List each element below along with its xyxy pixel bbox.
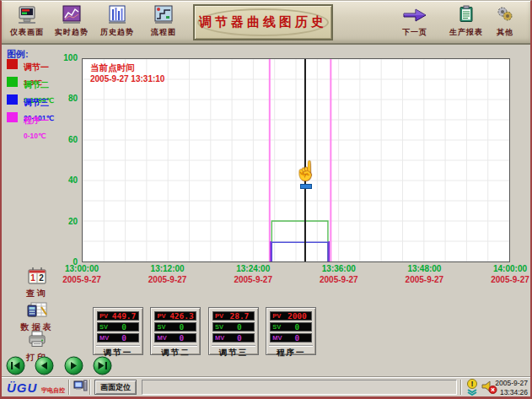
toolbar-item-instrument-screen[interactable]: 仪表画面 [3, 5, 51, 42]
nav-previous-button[interactable] [35, 356, 54, 375]
panel-name: 调节二 [153, 345, 197, 359]
y-tick-label: 40 [51, 175, 78, 185]
y-tick-label: 80 [51, 94, 78, 103]
query-button[interactable]: 12 查询 [12, 267, 62, 299]
toolbar-item-realtime-trend[interactable]: 实时趋势 [48, 5, 95, 42]
legend-range: 0-10℃ [24, 132, 46, 140]
sv-row: SV0 [97, 322, 139, 332]
data-table-button[interactable]: 数据表 [12, 300, 62, 333]
pv-row: PV426.3 [154, 311, 196, 321]
toolbar-item-flow-diagram[interactable]: 流程图 [140, 5, 187, 42]
pv-value: 449.7 [110, 312, 138, 320]
page-title-plaque: 调节器曲线图历史 [193, 4, 333, 40]
separator [89, 380, 91, 395]
legend-name: 程序一 [24, 116, 49, 125]
instrument-screen-icon [3, 5, 51, 25]
x-tick-time: 14:00:00 [491, 264, 529, 274]
svg-text:2: 2 [39, 273, 44, 283]
panel-name: 程序一 [269, 345, 313, 359]
x-tick-time: 13:36:00 [320, 264, 358, 274]
toolbar-item-history-trend[interactable]: 历史趋势 [94, 5, 141, 42]
x-tick: 14:00:002005-9-27 [491, 264, 529, 285]
hmi-screen: 仪表画面 实时趋势 历史趋势 流程图 调节器曲线图历史 [0, 0, 532, 399]
trend-chart[interactable]: 当前点时间 2005-9-27 13:31:10 ☝ [82, 58, 510, 262]
x-tick-date: 2005-9-27 [148, 274, 187, 285]
history-trend-icon [94, 5, 141, 25]
legend-swatch [7, 112, 18, 122]
controller-panel-4: PV2000 SV0 MV0 程序一 [266, 307, 316, 355]
status-bar: ÜGU 宇电自控 Xiamen UGU AI Inc 画面定位 ! 2005-9… [2, 376, 530, 397]
company-name-cn: 宇电自控 [41, 387, 65, 393]
toolbar-item-label: 下一页 [391, 27, 438, 38]
data-table-icon [12, 300, 62, 320]
legend-swatch [7, 59, 18, 69]
current-point-label: 当前点时间 [90, 62, 135, 74]
svg-text:1: 1 [30, 273, 35, 283]
controller-panel-1: PV449.7 SV0 MV0 调节一 [93, 307, 143, 355]
cursor-grip-handle[interactable] [300, 184, 312, 189]
side-button-label: 查询 [12, 288, 62, 299]
pv-label: PV [271, 312, 282, 320]
x-tick: 13:12:002005-9-27 [148, 264, 187, 285]
controller-panel-3: PV28.7 SV0 MV0 调节三 [208, 307, 259, 355]
x-tick-date: 2005-9-27 [62, 274, 101, 285]
sv-value: 0 [225, 323, 254, 331]
x-tick-time: 13:24:00 [234, 264, 272, 274]
computer-icon[interactable] [73, 380, 88, 397]
legend-item: 程序一 0-10℃ [7, 111, 49, 142]
nav-next-button[interactable] [64, 356, 83, 375]
pv-value: 2000 [282, 312, 311, 320]
legend-name: 调节一 [24, 62, 49, 72]
legend-name: 调节二 [24, 80, 49, 89]
pv-value: 426.3 [167, 312, 196, 320]
svg-text:!: ! [471, 380, 474, 388]
sv-row: SV0 [212, 322, 255, 332]
toolbar-item-next-page[interactable]: 下一页 [391, 5, 438, 42]
plaque-oval: 调节器曲线图历史 [197, 8, 329, 36]
legend-swatch [7, 77, 18, 87]
mv-value: 0 [110, 334, 138, 342]
sv-value: 0 [282, 323, 311, 331]
current-point-datetime: 2005-9-27 13:31:10 [90, 74, 164, 84]
screen-locate-button[interactable]: 画面定位 [94, 380, 137, 395]
separator [460, 380, 462, 395]
pv-label: PV [98, 312, 110, 320]
x-tick: 13:36:002005-9-27 [320, 264, 358, 285]
sv-label: SV [271, 323, 282, 331]
legend-name: 调节三 [24, 98, 49, 107]
separator [68, 380, 70, 395]
x-tick-time: 13:48:00 [406, 264, 444, 274]
pv-row: PV2000 [270, 311, 312, 321]
printer-icon [12, 331, 62, 350]
mv-value: 0 [167, 334, 196, 342]
query-calendar-icon: 12 [12, 267, 62, 286]
next-page-arrow-icon [391, 5, 438, 25]
x-tick: 13:24:002005-9-27 [234, 264, 272, 285]
hand-cursor-icon[interactable]: ☝ [294, 160, 317, 182]
toolbar-item-label: 流程图 [140, 27, 187, 38]
alarm-indicator-icon[interactable]: ! [465, 379, 479, 399]
y-tick-label: 60 [51, 135, 78, 144]
mv-label: MV [271, 334, 282, 342]
realtime-trend-icon [48, 5, 95, 25]
nav-first-button[interactable] [6, 356, 25, 375]
sv-label: SV [155, 323, 167, 331]
legend-swatch [7, 94, 18, 105]
x-tick-date: 2005-9-27 [406, 274, 444, 285]
x-tick-time: 13:12:00 [148, 264, 187, 274]
y-tick-label: 100 [51, 53, 78, 62]
toolbar-item-label: 仪表画面 [3, 27, 51, 38]
nav-last-button[interactable] [93, 356, 112, 375]
x-tick-date: 2005-9-27 [320, 274, 358, 285]
panel-name: 调节一 [96, 345, 140, 359]
toolbar-item-other[interactable]: 其他 [481, 5, 529, 42]
toolbar-item-label: 其他 [481, 27, 529, 38]
toolbar: 仪表画面 实时趋势 历史趋势 流程图 调节器曲线图历史 [2, 1, 530, 45]
sv-value: 0 [110, 323, 138, 331]
pv-label: PV [155, 312, 167, 320]
toolbar-item-label: 实时趋势 [48, 27, 95, 38]
mv-label: MV [213, 334, 225, 342]
page-title: 调节器曲线图历史 [199, 14, 327, 30]
y-tick-label: 20 [51, 217, 78, 226]
sv-label: SV [98, 323, 110, 331]
